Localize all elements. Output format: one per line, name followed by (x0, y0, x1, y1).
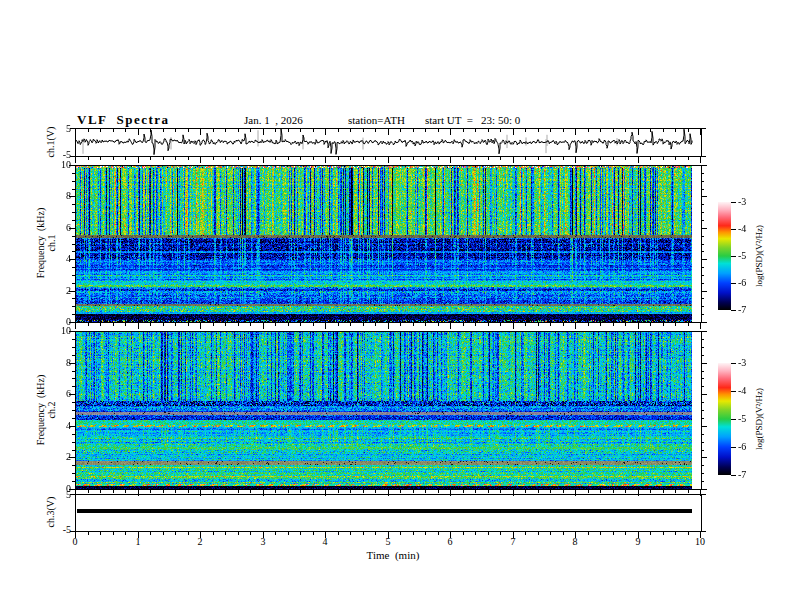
x-tick (613, 323, 614, 326)
x-tick (75, 129, 76, 135)
x-tick (250, 532, 251, 535)
x-tick (213, 490, 214, 493)
x-tick (225, 129, 226, 132)
freq-tick-right (701, 251, 704, 252)
x-tick (288, 323, 289, 326)
x-tick (438, 490, 439, 493)
x-tick-label: 3 (255, 537, 271, 547)
colorbar-tick-label: -6 (738, 442, 754, 452)
colorbar-tick-label: -5 (738, 414, 754, 424)
x-tick (575, 129, 576, 135)
x-tick (213, 157, 214, 160)
freq-tick-left (72, 473, 75, 474)
x-tick (563, 157, 564, 160)
x-tick (225, 323, 226, 326)
x-tick (538, 532, 539, 535)
freq-tick-left (72, 402, 75, 403)
freq-tick-right (701, 228, 707, 229)
figure-title: VLF Spectra (77, 112, 170, 128)
x-tick (88, 157, 89, 160)
x-tick (700, 157, 701, 163)
freq-tick-left (72, 275, 75, 276)
x-tick (300, 490, 301, 493)
x-tick (375, 323, 376, 326)
ch3-zero-line (77, 509, 692, 513)
x-tick (525, 129, 526, 132)
x-tick (513, 157, 514, 163)
x-tick (263, 129, 264, 135)
x-tick (150, 157, 151, 160)
x-tick (413, 157, 414, 160)
freq-tick-left (72, 386, 75, 387)
x-tick (400, 323, 401, 326)
x-tick (175, 490, 176, 493)
volt-tick-right (701, 156, 706, 157)
freq-tick-right (701, 489, 707, 490)
x-tick (588, 490, 589, 493)
x-tick (200, 157, 201, 163)
x-tick (125, 129, 126, 132)
freq-tick-left (72, 465, 75, 466)
x-tick (700, 129, 701, 135)
x-tick (500, 532, 501, 535)
x-tick (263, 323, 264, 329)
freq-tick-right (701, 196, 707, 197)
x-tick (350, 490, 351, 493)
freq-tick-left (72, 314, 75, 315)
freq-tick-left (72, 189, 75, 190)
x-tick (550, 532, 551, 535)
x-tick (525, 490, 526, 493)
x-tick (375, 532, 376, 535)
freq-tick-left (72, 220, 75, 221)
x-tick (313, 323, 314, 326)
freq-tick-right (701, 355, 704, 356)
x-tick (513, 490, 514, 496)
freq-tick-right (701, 347, 704, 348)
x-tick (363, 532, 364, 535)
x-tick (100, 490, 101, 493)
colorbar-tick (731, 419, 736, 420)
x-tick (288, 532, 289, 535)
x-tick (213, 532, 214, 535)
freq-tick-left (72, 267, 75, 268)
x-tick (463, 129, 464, 132)
x-tick (463, 490, 464, 493)
x-tick (675, 323, 676, 326)
x-tick (113, 157, 114, 160)
freq-tick-right (701, 450, 704, 451)
freq-tick-right (701, 394, 707, 395)
x-tick (538, 490, 539, 493)
x-tick (438, 129, 439, 132)
x-tick (338, 532, 339, 535)
x-tick (575, 490, 576, 496)
x-tick (363, 157, 364, 160)
x-tick (213, 129, 214, 132)
freq-tick-right (701, 363, 707, 364)
x-tick (413, 490, 414, 493)
freq-tick-right (701, 434, 704, 435)
volt-tick-label: -5 (53, 525, 71, 535)
freq-tick-label: 8 (53, 191, 71, 201)
freq-tick-right (701, 165, 707, 166)
freq-tick-right (701, 244, 704, 245)
freq-tick-right (701, 314, 704, 315)
freq-tick-left (72, 204, 75, 205)
freq-tick-label: 10 (53, 160, 71, 170)
x-tick (225, 532, 226, 535)
freq-tick-left (72, 244, 75, 245)
freq-tick-left (72, 181, 75, 182)
x-tick (188, 490, 189, 493)
freq-tick-right (701, 291, 707, 292)
x-tick (300, 157, 301, 160)
freq-tick-right (701, 465, 704, 466)
volt-tick-right (701, 494, 706, 495)
freq-tick-left (72, 251, 75, 252)
x-tick (150, 323, 151, 326)
x-tick (463, 323, 464, 326)
ch2-frequency-axis-label: Frequency (kHz)ch.2 (35, 375, 57, 446)
x-tick (375, 129, 376, 132)
freq-tick-right (701, 283, 704, 284)
x-tick (488, 157, 489, 160)
colorbar-tick-label: -4 (738, 224, 754, 234)
freq-tick-right (701, 275, 704, 276)
